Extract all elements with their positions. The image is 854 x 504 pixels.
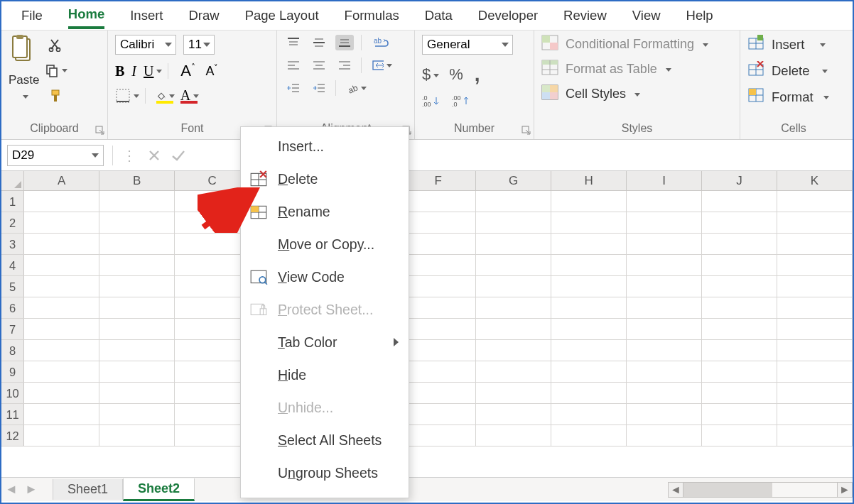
cell[interactable]	[175, 234, 250, 254]
decrease-font-button[interactable]: A˅	[203, 63, 220, 79]
cell[interactable]	[777, 234, 853, 254]
format-as-table-button[interactable]: Format as Table	[541, 60, 707, 79]
orientation-button[interactable]: ab	[347, 80, 365, 96]
cell[interactable]	[777, 297, 853, 318]
percent-format-button[interactable]: %	[449, 65, 463, 84]
decrease-decimal-button[interactable]: .00.0	[452, 94, 469, 107]
horizontal-scrollbar[interactable]: ◄ ►	[668, 482, 853, 498]
cell[interactable]	[99, 191, 175, 212]
tab-file[interactable]: File	[21, 4, 43, 28]
cell[interactable]	[24, 234, 99, 254]
cell[interactable]	[401, 276, 476, 297]
cell[interactable]	[777, 404, 853, 424]
cell[interactable]	[401, 255, 476, 275]
cell[interactable]	[476, 319, 551, 339]
align-left-button[interactable]	[284, 57, 303, 73]
cell[interactable]	[401, 234, 476, 254]
cell[interactable]	[99, 234, 175, 254]
cm-rename[interactable]: Rename	[241, 195, 409, 228]
fill-color-button[interactable]	[156, 87, 173, 104]
align-bottom-button[interactable]	[335, 35, 354, 50]
sheet-nav-next[interactable]: ►	[21, 482, 41, 497]
cm-tab-color[interactable]: Tab Color	[241, 326, 409, 358]
cell[interactable]	[99, 425, 175, 446]
cell[interactable]	[702, 319, 777, 339]
cell[interactable]	[627, 234, 702, 254]
increase-indent-button[interactable]	[310, 80, 328, 96]
cell[interactable]	[175, 383, 250, 403]
cell[interactable]	[777, 340, 853, 361]
cm-view-code[interactable]: View Code	[241, 261, 409, 293]
cm-ungroup-sheets[interactable]: Ungroup Sheets	[241, 456, 409, 489]
cell[interactable]	[627, 425, 702, 446]
tab-home[interactable]: Home	[68, 2, 104, 29]
cell[interactable]	[99, 297, 175, 318]
cut-button[interactable]	[48, 38, 63, 52]
cell[interactable]	[702, 255, 777, 275]
col-header[interactable]: K	[777, 171, 853, 190]
cell[interactable]	[702, 234, 777, 254]
cell-styles-button[interactable]: Cell Styles	[541, 84, 707, 104]
cell[interactable]	[702, 191, 777, 212]
select-all-corner[interactable]	[1, 171, 24, 190]
cell[interactable]	[476, 383, 551, 403]
cell[interactable]	[476, 234, 551, 254]
cell[interactable]	[702, 340, 777, 361]
cell[interactable]	[627, 383, 702, 403]
cell[interactable]	[777, 276, 853, 297]
cell[interactable]	[551, 297, 627, 318]
sheet-tab-2[interactable]: Sheet2	[123, 478, 195, 501]
col-header[interactable]: C	[175, 171, 250, 190]
tab-insert[interactable]: Insert	[130, 4, 163, 28]
cell[interactable]	[777, 361, 853, 382]
cell[interactable]	[99, 319, 175, 339]
cell[interactable]	[175, 212, 250, 233]
cm-insert[interactable]: Insert...	[241, 130, 409, 163]
cell[interactable]	[175, 340, 250, 361]
cell[interactable]	[24, 191, 99, 212]
comma-format-button[interactable]: ,	[475, 63, 480, 86]
font-color-button[interactable]: A	[180, 87, 198, 104]
cell[interactable]	[627, 361, 702, 382]
cell[interactable]	[24, 404, 99, 424]
cell[interactable]	[24, 255, 99, 275]
cell[interactable]	[24, 319, 99, 339]
row-header[interactable]: 12	[1, 425, 24, 446]
row-header[interactable]: 10	[1, 383, 24, 403]
fx-handle-icon[interactable]: ⋮	[122, 147, 136, 164]
font-name-select[interactable]	[115, 35, 176, 55]
align-top-button[interactable]	[284, 35, 303, 50]
cell[interactable]	[401, 319, 476, 339]
sheet-tab-1[interactable]: Sheet1	[53, 479, 123, 500]
wrap-text-button[interactable]: ab	[372, 35, 391, 50]
cell[interactable]	[627, 212, 702, 233]
cell[interactable]	[476, 361, 551, 382]
cell[interactable]	[24, 340, 99, 361]
cell[interactable]	[476, 340, 551, 361]
cell[interactable]	[99, 361, 175, 382]
col-header[interactable]: H	[551, 171, 627, 190]
cm-delete[interactable]: Delete	[241, 163, 409, 195]
cell[interactable]	[401, 361, 476, 382]
scroll-right-button[interactable]: ►	[837, 482, 853, 498]
row-header[interactable]: 4	[1, 255, 24, 275]
cell[interactable]	[99, 340, 175, 361]
cell[interactable]	[401, 191, 476, 212]
cell[interactable]	[24, 212, 99, 233]
cell[interactable]	[24, 276, 99, 297]
col-header[interactable]: B	[99, 171, 175, 190]
decrease-indent-button[interactable]	[284, 80, 303, 96]
cell[interactable]	[777, 191, 853, 212]
align-right-button[interactable]	[335, 57, 354, 73]
cell[interactable]	[551, 234, 627, 254]
cell[interactable]	[627, 319, 702, 339]
merge-center-button[interactable]	[372, 57, 391, 73]
cell[interactable]	[175, 404, 250, 424]
tab-draw[interactable]: Draw	[189, 4, 220, 28]
cell[interactable]	[551, 212, 627, 233]
paste-dropdown[interactable]	[21, 90, 27, 103]
cm-select-all-sheets[interactable]: Select All Sheets	[241, 424, 409, 456]
col-header[interactable]: A	[24, 171, 99, 190]
cell[interactable]	[627, 340, 702, 361]
cell[interactable]	[551, 383, 627, 403]
